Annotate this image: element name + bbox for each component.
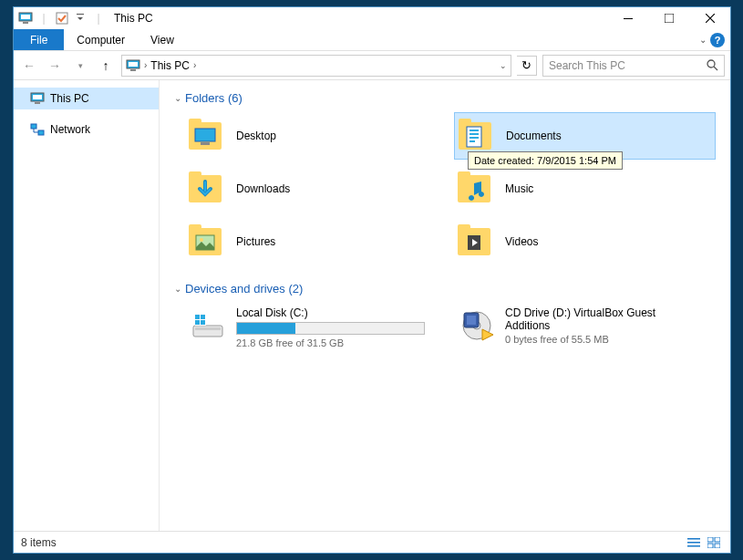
hard-drive-icon bbox=[189, 306, 227, 345]
folder-label: Desktop bbox=[236, 130, 276, 142]
minimize-button[interactable] bbox=[607, 8, 648, 28]
window-title: This PC bbox=[114, 12, 153, 25]
svg-rect-18 bbox=[201, 142, 210, 145]
svg-rect-4 bbox=[77, 14, 84, 15]
svg-rect-45 bbox=[715, 537, 720, 542]
forward-button[interactable]: → bbox=[45, 56, 65, 76]
properties-icon[interactable] bbox=[54, 10, 70, 26]
breadcrumb-chevron-icon[interactable]: › bbox=[140, 60, 150, 70]
svg-rect-41 bbox=[687, 538, 700, 540]
file-menu[interactable]: File bbox=[14, 29, 64, 50]
svg-rect-30 bbox=[195, 327, 221, 330]
sidebar-item-label: This PC bbox=[50, 92, 89, 105]
svg-rect-17 bbox=[195, 129, 215, 141]
svg-rect-15 bbox=[31, 124, 36, 129]
details-view-button[interactable] bbox=[685, 534, 703, 551]
svg-rect-44 bbox=[707, 537, 713, 542]
address-icon bbox=[126, 58, 140, 73]
up-button[interactable]: ↑ bbox=[96, 56, 116, 76]
content-area[interactable]: ⌄ Folders (6) Desktop Documents Download… bbox=[160, 80, 730, 531]
svg-rect-27 bbox=[465, 235, 468, 250]
svg-rect-21 bbox=[470, 133, 479, 135]
folder-videos[interactable]: Videos bbox=[454, 218, 716, 265]
svg-rect-2 bbox=[23, 22, 28, 24]
close-button[interactable] bbox=[689, 8, 730, 28]
ribbon-help: ⌄ ? bbox=[699, 29, 730, 50]
folder-music[interactable]: Music bbox=[454, 165, 716, 213]
this-pc-icon bbox=[30, 91, 45, 106]
navigation-pane: This PC Network bbox=[14, 80, 160, 531]
status-bar: 8 items bbox=[14, 531, 730, 553]
folder-label: Videos bbox=[505, 235, 538, 248]
folder-desktop[interactable]: Desktop bbox=[185, 112, 447, 160]
drive-free-text: 0 bytes free of 55.5 MB bbox=[505, 334, 694, 345]
svg-rect-42 bbox=[687, 542, 700, 544]
drive-grid: Local Disk (C:) 21.8 GB free of 31.5 GB … bbox=[174, 303, 716, 352]
search-icon[interactable] bbox=[707, 59, 718, 71]
help-icon[interactable]: ? bbox=[710, 33, 725, 47]
qat-separator: | bbox=[36, 10, 52, 26]
tab-computer[interactable]: Computer bbox=[64, 29, 138, 50]
drive-info: Local Disk (C:) 21.8 GB free of 31.5 GB bbox=[236, 306, 443, 348]
folder-pictures[interactable]: Pictures bbox=[185, 218, 447, 265]
drive-label: Local Disk (C:) bbox=[236, 306, 425, 319]
svg-rect-33 bbox=[201, 315, 205, 319]
back-button[interactable]: ← bbox=[19, 56, 39, 76]
drive-local-c[interactable]: Local Disk (C:) 21.8 GB free of 31.5 GB bbox=[185, 303, 447, 352]
svg-rect-6 bbox=[665, 14, 674, 23]
this-pc-icon bbox=[17, 10, 34, 26]
network-icon bbox=[30, 122, 45, 137]
drive-label: CD Drive (D:) VirtualBox Guest Additions bbox=[505, 306, 694, 332]
sidebar-item-network[interactable]: Network bbox=[14, 119, 159, 140]
svg-rect-9 bbox=[130, 69, 136, 71]
tooltip-text: Date created: 7/9/2015 1:54 PM bbox=[474, 155, 616, 166]
qat-separator: | bbox=[90, 10, 107, 26]
svg-rect-5 bbox=[624, 18, 633, 19]
svg-point-25 bbox=[200, 238, 203, 242]
address-dropdown-icon[interactable]: ⌄ bbox=[500, 61, 507, 70]
svg-rect-13 bbox=[33, 95, 42, 99]
body: This PC Network ⌄ Folders (6) Desktop bbox=[14, 80, 730, 531]
breadcrumb-chevron-icon[interactable]: › bbox=[190, 60, 200, 70]
svg-rect-8 bbox=[129, 62, 138, 67]
refresh-button[interactable]: ↻ bbox=[517, 56, 537, 76]
svg-rect-28 bbox=[480, 235, 483, 250]
group-header-drives[interactable]: ⌄ Devices and drives (2) bbox=[174, 282, 716, 296]
svg-rect-32 bbox=[195, 315, 200, 319]
svg-rect-35 bbox=[201, 320, 205, 325]
explorer-window: | | This PC File Computer View ⌄ ? ← → ▾… bbox=[13, 6, 731, 554]
quick-access-toolbar: | | bbox=[14, 10, 107, 26]
tab-view[interactable]: View bbox=[138, 29, 187, 50]
sidebar-item-this-pc[interactable]: This PC bbox=[14, 88, 159, 109]
folder-grid: Desktop Documents Downloads Music Pictur… bbox=[174, 112, 716, 265]
drive-cd-d[interactable]: CD Drive (D:) VirtualBox Guest Additions… bbox=[454, 303, 716, 352]
ribbon-collapse-icon[interactable]: ⌄ bbox=[699, 35, 707, 45]
recent-locations-icon[interactable]: ▾ bbox=[70, 56, 90, 76]
view-switcher bbox=[685, 534, 723, 551]
ribbon: File Computer View ⌄ ? bbox=[14, 29, 730, 51]
cd-drive-icon bbox=[458, 306, 496, 345]
folder-label: Pictures bbox=[236, 235, 275, 248]
breadcrumb-segment[interactable]: This PC bbox=[150, 59, 190, 72]
address-bar[interactable]: › This PC › ⌄ bbox=[121, 55, 511, 77]
svg-rect-47 bbox=[715, 544, 720, 548]
svg-rect-1 bbox=[21, 15, 30, 19]
folder-label: Downloads bbox=[236, 182, 290, 195]
folder-label: Music bbox=[505, 182, 533, 195]
svg-rect-22 bbox=[470, 137, 479, 139]
svg-rect-20 bbox=[470, 130, 479, 131]
svg-rect-43 bbox=[687, 545, 700, 547]
svg-rect-34 bbox=[195, 320, 200, 325]
search-input[interactable]: Search This PC bbox=[542, 55, 725, 77]
group-header-folders[interactable]: ⌄ Folders (6) bbox=[174, 91, 716, 105]
group-header-label: Devices and drives (2) bbox=[185, 282, 303, 296]
navigation-bar: ← → ▾ ↑ › This PC › ⌄ ↻ Search This PC bbox=[14, 51, 730, 80]
large-icons-view-button[interactable] bbox=[705, 534, 723, 551]
collapse-icon[interactable]: ⌄ bbox=[174, 284, 181, 294]
folder-downloads[interactable]: Downloads bbox=[185, 165, 447, 213]
collapse-icon[interactable]: ⌄ bbox=[174, 93, 181, 103]
folder-label: Documents bbox=[506, 130, 562, 142]
maximize-button[interactable] bbox=[648, 8, 689, 28]
qat-dropdown-icon[interactable] bbox=[72, 10, 88, 26]
tooltip: Date created: 7/9/2015 1:54 PM bbox=[468, 151, 623, 170]
